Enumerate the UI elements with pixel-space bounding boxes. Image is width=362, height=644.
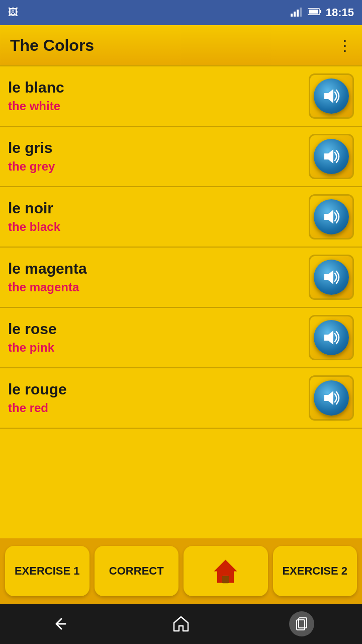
svg-marker-10 — [324, 270, 333, 284]
exercise1-button[interactable]: EXERCISE 1 — [5, 546, 89, 596]
vocab-item: le magentathe magenta — [0, 248, 362, 308]
speaker-icon — [322, 148, 340, 165]
svg-marker-12 — [324, 391, 333, 405]
svg-rect-14 — [222, 576, 229, 583]
nav-bar — [0, 604, 362, 644]
svg-marker-9 — [324, 210, 333, 224]
svg-marker-8 — [324, 149, 333, 164]
vocab-french: le rose — [8, 320, 304, 338]
svg-rect-6 — [309, 10, 318, 14]
audio-button[interactable] — [309, 375, 354, 421]
vocab-french: le rouge — [8, 381, 304, 398]
vocab-item: le gristhe grey — [0, 127, 362, 187]
svg-rect-5 — [320, 10, 321, 13]
svg-marker-7 — [324, 89, 333, 103]
vocab-english: the white — [8, 99, 304, 113]
audio-button[interactable] — [309, 255, 354, 300]
battery-icon — [308, 8, 322, 18]
correct-button[interactable]: CORRECT — [95, 546, 179, 596]
svg-rect-2 — [297, 10, 299, 17]
home-icon — [212, 557, 239, 585]
exercise2-button[interactable]: EXERCISE 2 — [273, 546, 357, 596]
vocab-item: le blancthe white — [0, 66, 362, 127]
speaker-icon — [322, 88, 340, 104]
vocab-item: le rougethe red — [0, 368, 362, 429]
bottom-buttons: EXERCISE 1 CORRECT EXERCISE 2 — [0, 538, 362, 604]
vocab-french: le noir — [8, 200, 304, 217]
vocab-item: le noirthe black — [0, 187, 362, 248]
menu-dots-icon[interactable]: ⋮ — [338, 37, 352, 54]
nav-back-button[interactable] — [40, 604, 80, 644]
page-title: The Colors — [10, 36, 94, 55]
recents-icon — [295, 617, 309, 631]
vocab-english: the grey — [8, 159, 304, 174]
speaker-icon — [322, 269, 340, 285]
nav-home-icon — [172, 615, 190, 633]
status-time: 18:15 — [326, 6, 354, 19]
svg-rect-1 — [294, 12, 296, 17]
vocab-french: le magenta — [8, 260, 304, 277]
audio-button[interactable] — [309, 315, 354, 360]
svg-rect-0 — [291, 14, 293, 17]
speaker-icon — [322, 390, 340, 406]
vocab-list: le blancthe white le gristhe grey le noi… — [0, 65, 362, 538]
vocab-english: the pink — [8, 341, 304, 355]
back-arrow-icon — [51, 615, 69, 633]
app-header: The Colors ⋮ — [0, 25, 362, 65]
photo-icon: 🖼 — [8, 7, 18, 18]
home-button[interactable] — [184, 546, 268, 596]
signal-icon — [291, 7, 304, 19]
svg-marker-11 — [324, 331, 333, 345]
svg-rect-3 — [300, 8, 302, 17]
nav-home-button[interactable] — [161, 604, 201, 644]
vocab-french: le gris — [8, 139, 304, 156]
vocab-english: the magenta — [8, 280, 304, 294]
vocab-french: le blanc — [8, 79, 304, 96]
vocab-item: le rosethe pink — [0, 308, 362, 368]
audio-button[interactable] — [309, 194, 354, 239]
speaker-icon — [322, 330, 340, 346]
audio-button[interactable] — [309, 73, 354, 119]
vocab-english: the red — [8, 401, 304, 415]
audio-button[interactable] — [309, 134, 354, 179]
status-bar: 🖼 18:15 — [0, 0, 362, 25]
vocab-english: the black — [8, 220, 304, 234]
nav-recents-button[interactable] — [282, 604, 322, 644]
speaker-icon — [322, 209, 340, 225]
